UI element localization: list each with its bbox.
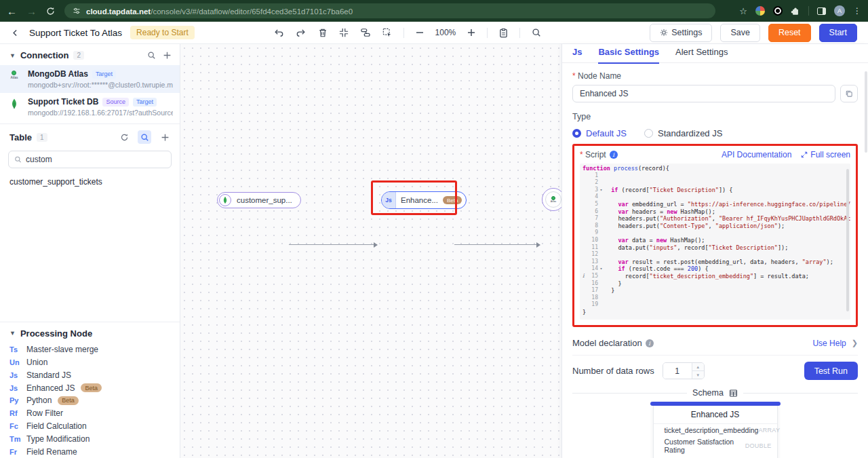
table-search-icon[interactable] [138,130,151,144]
zoom-in-icon[interactable] [467,28,475,37]
processing-node-item[interactable]: TmType Modification [0,432,180,445]
table-item-customer-support-tickets[interactable]: customer_support_tickets [0,172,180,191]
stepper-up-icon[interactable]: ▲ [692,363,704,371]
browser-forward-icon[interactable]: → [26,6,37,16]
schema-field-row[interactable]: ticket_description_embeddingARRAY [654,424,777,436]
schema-table-icon[interactable] [729,389,738,398]
schema-field-row[interactable]: Customer Satisfaction RatingDOUBLE [654,436,777,455]
collapse-caret-icon[interactable]: ▼ [9,52,16,59]
connection-item-mongodb-atlas[interactable]: Atlas MongoDB Atlas Target mongodb+srv:/… [0,65,180,93]
rows-label: Number of data rows [572,366,654,376]
processing-node-item[interactable]: UnUnion [0,356,180,369]
processing-node-header[interactable]: ▼ Processing Node [0,322,180,343]
save-button[interactable]: Save [720,24,760,42]
connection-section-header[interactable]: ▼ Connection 2 [0,44,180,65]
schema-label: Schema [692,388,724,398]
editor-scrollbar[interactable] [846,169,849,311]
radio-icon [572,129,581,138]
extensions-puzzle-icon[interactable] [791,6,800,16]
back-chevron-icon[interactable] [11,28,20,37]
enhanced-js-node[interactable]: Js Enhance... Beta [381,191,467,209]
zoom-out-icon[interactable] [416,28,424,37]
side-panel-icon[interactable] [817,7,826,15]
code-line: 5 var embedding_url = "https://api-infer… [583,201,850,208]
code-line: 19 [583,301,850,309]
target-atlas-node[interactable]: Atlas [542,188,561,211]
atlas-icon: Atlas [551,196,557,204]
undo-icon[interactable] [273,28,284,37]
node-type-code: Js [9,384,20,392]
rows-value-field[interactable] [663,363,692,379]
auto-layout-icon[interactable] [360,28,371,37]
browser-back-icon[interactable]: ← [7,6,17,16]
add-connection-icon[interactable] [163,51,172,60]
node-type-code: Ts [9,345,20,354]
copy-button[interactable] [840,85,858,102]
table-search-box[interactable] [8,151,172,168]
left-sidebar: ▼ Connection 2 Atlas MongoDB Atlas Targe… [0,44,180,458]
bookmark-star-icon[interactable]: ☆ [739,6,747,16]
processing-node-item[interactable]: TsMaster-slave merge [0,343,180,356]
schema-field-row[interactable]: _idOBJECT_ID [654,455,777,458]
processing-node-item[interactable]: JsStandard JS [0,368,180,381]
redo-icon[interactable] [296,28,307,37]
notes-icon[interactable] [499,28,508,38]
delete-icon[interactable] [318,28,328,38]
site-settings-icon [73,7,81,15]
dataflow-canvas[interactable]: customer_sup... Js Enhance... Beta Atlas [180,44,561,458]
tab-alert-settings[interactable]: Alert Settings [675,47,728,62]
code-line: 12 [583,251,850,259]
refresh-icon[interactable] [117,130,131,144]
code-line: 13 var result = rest.post(embedding_url,… [583,259,850,266]
processing-node-item[interactable]: FcField Calculation [0,420,180,433]
mongodb-leaf-icon [9,98,19,109]
add-table-icon[interactable] [158,130,172,144]
code-line: 9 [583,229,850,237]
code-line: 14▾ if (result.code === 200) { [583,265,850,273]
code-line: 16 } [583,280,850,288]
tab-basic-settings[interactable]: Basic Settings [598,47,659,64]
browser-menu-icon[interactable]: ⋮ [853,6,861,16]
test-run-button[interactable]: Test Run [804,362,858,380]
processing-node-item[interactable]: JsEnhanced JSBeta [0,381,180,394]
node-type-mark: Js [572,47,582,57]
start-button[interactable]: Start [819,24,857,42]
radio-default-js[interactable]: Default JS [572,128,627,138]
browser-avatar[interactable]: A [834,5,845,16]
rows-number-input[interactable]: ▲ ▼ [663,362,705,379]
zoom-level[interactable]: 100% [435,28,456,37]
fullscreen-link[interactable]: Full screen [801,150,850,159]
collapse-caret-icon[interactable]: ▼ [9,330,16,337]
processing-node-item[interactable]: RfRow Filter [0,407,180,420]
search-icon [14,155,22,164]
processing-node-item[interactable]: PyPythonBeta [0,394,180,407]
reset-button[interactable]: Reset [768,24,811,42]
code-lines: 123▾ if (record["Ticket Description"]) {… [583,172,850,309]
extension-circle-icon[interactable] [773,6,783,16]
code-line: 2 [583,179,850,187]
search-icon[interactable] [532,28,541,37]
radio-standardized-js[interactable]: Standardized JS [644,128,722,138]
profile-color-icon[interactable] [755,6,765,16]
node-type-code: Tm [9,435,20,443]
processing-node-item[interactable]: FrField Rename [0,445,180,458]
select-mode-icon[interactable] [382,28,392,37]
use-help-link[interactable]: Use Help [812,339,846,348]
js-type-icon: Js [382,192,396,208]
browser-reload-icon[interactable] [46,7,55,16]
search-icon[interactable] [147,51,156,60]
center-fit-icon[interactable] [339,28,349,37]
chevron-right-icon[interactable]: ❯ [852,339,858,347]
source-table-node[interactable]: customer_sup... [217,192,301,208]
panel-scrollbar[interactable] [865,71,867,153]
info-icon[interactable]: i [610,151,618,159]
connection-item-support-ticket-db[interactable]: Support Ticket DB Source Target mongodb:… [0,93,180,121]
node-name-input[interactable] [572,85,835,102]
api-documentation-link[interactable]: API Documentation [722,150,791,159]
table-search-input[interactable] [26,155,165,164]
info-icon[interactable]: i [646,339,654,347]
url-bar[interactable]: cloud.tapdata.net/console/v3/#/dataflow/… [64,3,715,18]
settings-button[interactable]: Settings [650,24,712,42]
stepper-down-icon[interactable]: ▼ [692,371,704,379]
code-editor[interactable]: function process(record){ 123▾ if (recor… [580,164,850,320]
